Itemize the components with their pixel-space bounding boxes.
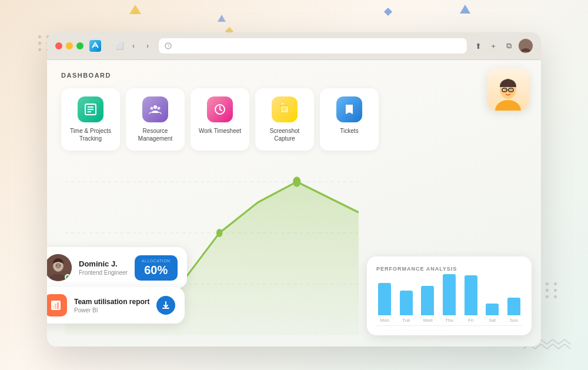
timesheet-icon: [207, 96, 233, 122]
report-source: Power BI: [74, 307, 149, 314]
bar-sat-bar: [486, 304, 499, 315]
close-button[interactable]: [55, 42, 62, 49]
back-button[interactable]: ‹: [128, 41, 139, 51]
performance-title: PERFORMANCE ANALYSIS: [376, 266, 522, 272]
bar-fri-bar: [465, 275, 477, 315]
svg-point-20: [505, 89, 506, 91]
user-name: Dominic J.: [79, 259, 128, 268]
user-card: Dominic J. Frontend Engineer ALLOCATION …: [47, 247, 187, 288]
dashboard-content: DASHBOARD Time & Projects Tracking: [47, 60, 541, 346]
report-info: Team utilisation report Power BI: [74, 298, 149, 314]
avatar-card: [487, 68, 529, 111]
bar-tue-label: Tue: [402, 318, 410, 323]
bar-wed-bar: [421, 286, 434, 315]
app-logo: [89, 40, 101, 52]
deco-triangle-3: [218, 15, 226, 22]
screenshot-icon: [272, 96, 298, 122]
share-icon[interactable]: ⬆: [473, 41, 483, 51]
bar-sun: Sun: [505, 298, 522, 323]
bar-tue: Tue: [398, 291, 415, 323]
dashboard-title: DASHBOARD: [61, 72, 527, 79]
bar-thu: Thu: [441, 274, 458, 323]
report-icon: [47, 294, 67, 316]
svg-point-31: [55, 263, 61, 269]
allocation-label: ALLOCATION: [142, 259, 171, 263]
svg-point-33: [59, 265, 61, 266]
bar-mon: Mon: [376, 283, 393, 323]
address-bar[interactable]: [159, 38, 467, 54]
bar-mon-bar: [378, 283, 391, 315]
traffic-lights: [55, 42, 83, 49]
svg-point-8: [158, 107, 161, 110]
bar-sat: Sat: [484, 304, 501, 323]
bar-chart: Mon Tue Wed Thu Fri: [376, 279, 522, 326]
user-role: Frontend Engineer: [79, 269, 128, 276]
svg-rect-40: [57, 302, 59, 309]
bar-wed-label: Wed: [423, 318, 432, 323]
deco-triangle-1: [129, 5, 141, 14]
add-tab-icon[interactable]: +: [488, 41, 499, 51]
user-info: Dominic J. Frontend Engineer: [79, 259, 128, 276]
performance-card: PERFORMANCE ANALYSIS Mon Tue Wed Thu: [367, 256, 532, 335]
svg-point-27: [293, 176, 300, 186]
bar-sun-bar: [507, 298, 520, 315]
svg-point-26: [216, 229, 223, 237]
minimize-button[interactable]: [66, 42, 73, 49]
resource-icon: [142, 96, 168, 122]
svg-point-32: [56, 265, 57, 266]
svg-point-7: [151, 107, 153, 110]
browser-actions: ⬆ + ⧉: [473, 39, 533, 53]
bar-sun-label: Sun: [510, 318, 518, 323]
report-name: Team utilisation report: [74, 298, 149, 306]
bar-fri-label: Fri: [468, 318, 473, 323]
svg-rect-38: [52, 305, 54, 309]
svg-point-1: [523, 42, 529, 48]
svg-point-21: [510, 89, 512, 91]
bar-sat-label: Sat: [489, 318, 496, 323]
forward-button[interactable]: ›: [142, 41, 153, 51]
duplicate-icon[interactable]: ⧉: [503, 41, 514, 51]
user-avatar: [47, 254, 72, 281]
svg-rect-39: [55, 304, 56, 309]
bar-tue-bar: [400, 291, 413, 315]
report-card: Team utilisation report Power BI: [47, 287, 185, 324]
maximize-button[interactable]: [76, 42, 83, 49]
bar-fri: Fri: [462, 275, 479, 323]
browser-window: ⬜ ‹ › ⬆ + ⧉ DASHBOARD: [47, 32, 541, 346]
avatar-figure: [487, 68, 529, 111]
bar-wed: Wed: [419, 286, 436, 323]
tickets-icon: [336, 96, 362, 122]
svg-rect-11: [281, 106, 288, 112]
time-projects-icon: [78, 96, 103, 122]
download-button[interactable]: [156, 296, 175, 315]
bar-thu-label: Thu: [445, 318, 453, 323]
browser-nav: ⬜ ‹ ›: [114, 41, 153, 51]
allocation-value: 60%: [142, 263, 171, 277]
deco-diamond-2: [384, 8, 392, 16]
user-avatar-browser[interactable]: [519, 39, 533, 53]
bar-thu-bar: [443, 274, 456, 315]
svg-point-6: [153, 105, 157, 109]
online-indicator: [65, 274, 71, 280]
tab-icon[interactable]: ⬜: [114, 41, 125, 51]
deco-triangle-2: [460, 5, 470, 14]
browser-chrome: ⬜ ‹ › ⬆ + ⧉: [47, 32, 541, 60]
bar-mon-label: Mon: [380, 318, 390, 323]
allocation-badge: ALLOCATION 60%: [135, 255, 178, 281]
